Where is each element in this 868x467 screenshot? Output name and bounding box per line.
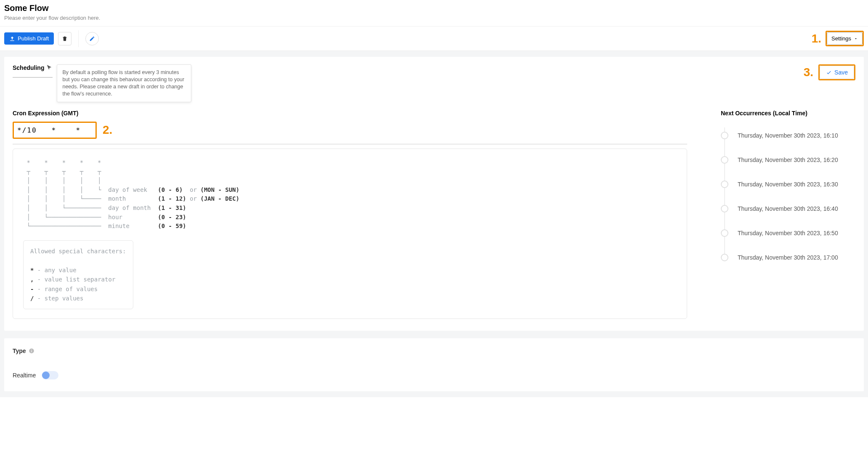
scheduling-body: Cron Expression (GMT) 2. * * * * * ┬ ┬ ┬…	[4, 106, 864, 331]
occurrence-text: Thursday, November 30th 2023, 17:00	[738, 254, 838, 261]
occurrence-item: Thursday, November 30th 2023, 16:30	[721, 172, 855, 196]
occurrence-text: Thursday, November 30th 2023, 16:30	[738, 181, 838, 188]
scheduling-left-column: Cron Expression (GMT) 2. * * * * * ┬ ┬ ┬…	[13, 110, 687, 319]
occurrence-text: Thursday, November 30th 2023, 16:10	[738, 132, 838, 139]
edit-button[interactable]	[85, 32, 99, 45]
scheduling-tooltip: By default a polling flow is started eve…	[57, 64, 191, 102]
scheduling-header: Scheduling By default a polling flow is …	[4, 57, 864, 106]
content-area: Scheduling By default a polling flow is …	[0, 51, 868, 397]
timeline-dot-icon	[721, 156, 728, 164]
page-subtitle: Please enter your flow description here.	[4, 15, 864, 21]
occurrence-text: Thursday, November 30th 2023, 16:50	[738, 230, 838, 236]
callout-three: 3.	[804, 66, 813, 79]
special-row: * - any value	[30, 265, 126, 275]
cron-diagram-text: * * * * * ┬ ┬ ┬ ┬ ┬ │ │ │ │ │ │ │ │ │ └ …	[23, 158, 677, 231]
save-button[interactable]: Save	[820, 66, 854, 79]
timeline-line	[724, 127, 725, 257]
callout-one: 1.	[812, 32, 821, 45]
settings-highlight: Settings	[826, 31, 864, 46]
upload-icon	[9, 36, 15, 42]
occurrence-item: Thursday, November 30th 2023, 16:20	[721, 148, 855, 172]
toolbar: Publish Draft 1. Settings	[0, 26, 868, 51]
settings-button[interactable]: Settings	[827, 32, 863, 45]
caret-down-icon	[854, 37, 858, 41]
cron-wrap: 2.	[13, 122, 687, 139]
realtime-row: Realtime	[13, 371, 855, 379]
page-header: Some Flow Please enter your flow descrip…	[0, 0, 868, 26]
occurrences-label: Next Occurrences (Local Time)	[721, 110, 855, 117]
timeline-dot-icon	[721, 229, 728, 237]
realtime-label: Realtime	[13, 372, 36, 379]
save-highlight: Save	[818, 64, 855, 80]
page-title: Some Flow	[4, 3, 864, 13]
timeline-dot-icon	[721, 205, 728, 212]
trash-icon	[62, 36, 68, 42]
type-header: Type	[13, 348, 855, 354]
cron-input[interactable]	[15, 124, 95, 137]
scheduling-tab-label: Scheduling	[13, 64, 44, 71]
toggle-knob	[42, 371, 50, 379]
svg-rect-1	[31, 350, 32, 352]
scheduling-left: Scheduling By default a polling flow is …	[13, 64, 191, 102]
occurrence-item: Thursday, November 30th 2023, 16:50	[721, 221, 855, 245]
type-panel: Type Realtime	[4, 338, 864, 391]
toolbar-divider	[78, 30, 79, 47]
toolbar-left: Publish Draft	[4, 32, 99, 45]
realtime-toggle[interactable]	[42, 371, 58, 379]
timeline-dot-icon	[721, 254, 728, 261]
occurrences-list: Thursday, November 30th 2023, 16:10 Thur…	[721, 123, 855, 270]
special-row: - - range of values	[30, 284, 126, 294]
type-label: Type	[13, 348, 26, 354]
occurrence-item: Thursday, November 30th 2023, 17:00	[721, 245, 855, 270]
special-row: , - value list separator	[30, 275, 126, 284]
timeline-dot-icon	[721, 180, 728, 188]
specials-title: Allowed special characters:	[30, 247, 126, 256]
timeline-dot-icon	[721, 132, 728, 139]
cron-expression-label: Cron Expression (GMT)	[13, 110, 687, 117]
occurrence-item: Thursday, November 30th 2023, 16:10	[721, 123, 855, 148]
save-label: Save	[834, 69, 848, 76]
delete-button[interactable]	[58, 32, 71, 45]
occurrences-column: Next Occurrences (Local Time) Thursday, …	[721, 110, 855, 319]
scheduling-right: 3. Save	[804, 64, 855, 80]
occurrence-text: Thursday, November 30th 2023, 16:40	[738, 205, 838, 212]
scheduling-tab[interactable]: Scheduling	[13, 64, 53, 78]
cron-specials: Allowed special characters: * - any valu…	[23, 240, 133, 309]
pencil-icon	[89, 36, 95, 42]
special-row: / - step values	[30, 294, 126, 303]
publish-draft-label: Publish Draft	[18, 35, 49, 42]
scheduling-panel: Scheduling By default a polling flow is …	[4, 57, 864, 331]
toolbar-right: 1. Settings	[812, 31, 864, 46]
svg-rect-2	[31, 350, 32, 350]
settings-label: Settings	[831, 35, 851, 42]
cron-diagram: * * * * * ┬ ┬ ┬ ┬ ┬ │ │ │ │ │ │ │ │ │ └ …	[13, 149, 687, 319]
cron-highlight	[13, 122, 97, 139]
cron-underline	[13, 144, 687, 144]
cursor-icon	[46, 64, 53, 71]
info-icon	[29, 348, 34, 354]
publish-draft-button[interactable]: Publish Draft	[4, 32, 54, 45]
occurrence-text: Thursday, November 30th 2023, 16:20	[738, 157, 838, 163]
occurrence-item: Thursday, November 30th 2023, 16:40	[721, 196, 855, 221]
callout-two: 2.	[103, 123, 112, 137]
diagram-stars: * * * * *	[23, 159, 101, 166]
check-icon	[826, 69, 832, 75]
